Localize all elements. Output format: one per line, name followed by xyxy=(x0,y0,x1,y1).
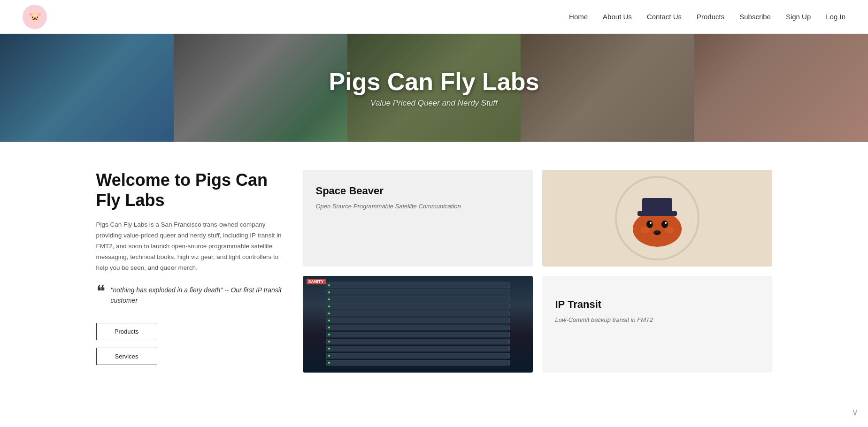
space-beaver-title: Space Beaver xyxy=(316,185,520,197)
hero-banner: Pigs Can Fly Labs Value Priced Queer and… xyxy=(0,34,868,142)
hero-overlay: Pigs Can Fly Labs Value Priced Queer and… xyxy=(0,34,868,142)
navigation: 🐷 Home About Us Contact Us Products Subs… xyxy=(0,0,868,34)
server-image-card: SANITY xyxy=(303,276,533,373)
nav-login[interactable]: Log In xyxy=(826,13,845,21)
welcome-section: Welcome to Pigs Can Fly Labs Pigs Can Fl… xyxy=(96,170,303,373)
logo-icon: 🐷 xyxy=(23,5,47,29)
beaver-svg xyxy=(624,188,690,249)
nav-signup[interactable]: Sign Up xyxy=(786,13,811,21)
svg-point-3 xyxy=(646,221,653,228)
server-unit xyxy=(326,318,510,323)
svg-point-5 xyxy=(650,222,652,224)
welcome-title: Welcome to Pigs Can Fly Labs xyxy=(96,170,284,210)
svg-point-0 xyxy=(633,211,682,247)
server-unit xyxy=(326,304,510,309)
quote-text: "nothing has exploded in a fiery death" … xyxy=(111,285,284,306)
server-unit xyxy=(326,290,510,295)
server-unit xyxy=(326,282,510,288)
svg-point-6 xyxy=(665,222,667,224)
product-cards: Space Beaver Open Source Programmable Sa… xyxy=(303,170,772,373)
server-unit xyxy=(326,339,510,344)
hero-title: Pigs Can Fly Labs xyxy=(329,68,539,96)
nav-subscribe[interactable]: Subscribe xyxy=(739,13,771,21)
svg-point-4 xyxy=(661,221,668,228)
ip-transit-text: IP Transit Low-Commit backup transit in … xyxy=(542,276,772,338)
main-content: Welcome to Pigs Can Fly Labs Pigs Can Fl… xyxy=(59,142,810,391)
space-beaver-description: Open Source Programmable Satellite Commu… xyxy=(316,202,520,211)
nav-contact[interactable]: Contact Us xyxy=(647,13,682,21)
svg-point-7 xyxy=(653,230,661,235)
ip-transit-description: Low-Commit backup transit in FMT2 xyxy=(555,315,759,325)
nav-home[interactable]: Home xyxy=(569,13,588,21)
server-unit xyxy=(326,332,510,337)
ip-transit-title: IP Transit xyxy=(555,298,759,311)
server-unit xyxy=(326,311,510,316)
nav-products[interactable]: Products xyxy=(697,13,724,21)
server-unit xyxy=(326,360,510,366)
server-unit xyxy=(326,297,510,302)
svg-point-8 xyxy=(640,227,650,233)
space-beaver-illustration xyxy=(542,170,772,267)
server-unit xyxy=(326,353,510,358)
server-rack xyxy=(326,282,510,366)
server-unit xyxy=(326,346,510,351)
hero-subtitle: Value Priced Queer and Nerdy Stuff xyxy=(370,99,498,108)
logo[interactable]: 🐷 xyxy=(23,5,47,29)
quote-icon: ❝ xyxy=(96,283,105,300)
ip-transit-card[interactable]: IP Transit Low-Commit backup transit in … xyxy=(542,276,772,373)
space-beaver-text: Space Beaver Open Source Programmable Sa… xyxy=(303,170,533,224)
server-label: SANITY xyxy=(307,279,326,284)
nav-links: Home About Us Contact Us Products Subscr… xyxy=(569,13,845,21)
nav-about[interactable]: About Us xyxy=(603,13,632,21)
server-rack-image: SANITY xyxy=(303,276,533,373)
products-button[interactable]: Products xyxy=(96,323,157,340)
server-unit xyxy=(326,325,510,330)
svg-rect-2 xyxy=(642,198,672,213)
quote-block: ❝ "nothing has exploded in a fiery death… xyxy=(96,285,284,306)
space-beaver-card[interactable]: Space Beaver Open Source Programmable Sa… xyxy=(303,170,533,267)
services-button[interactable]: Services xyxy=(96,348,157,365)
svg-point-9 xyxy=(665,227,674,233)
welcome-description: Pigs Can Fly Labs is a San Francisco tra… xyxy=(96,220,284,274)
